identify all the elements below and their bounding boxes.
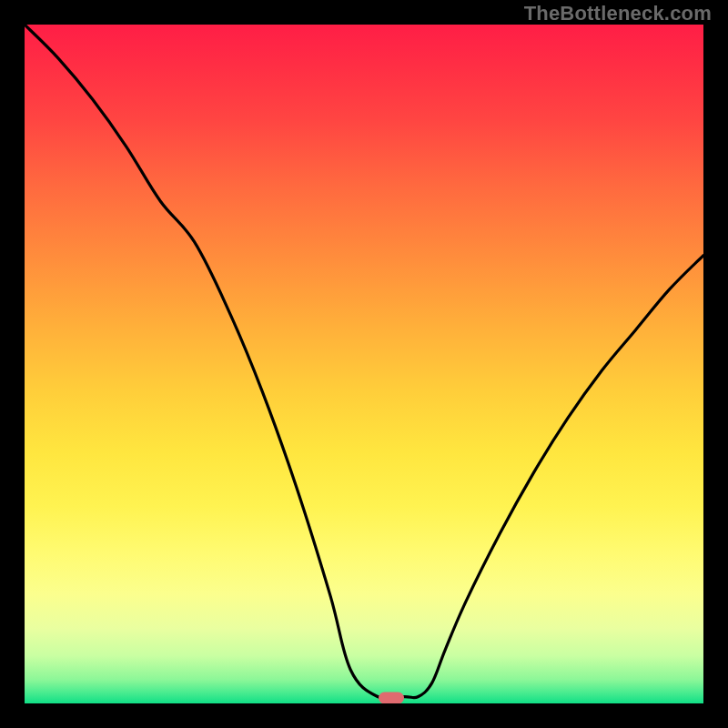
optimal-marker xyxy=(379,693,404,703)
bottleneck-curve xyxy=(25,25,703,703)
chart-frame: TheBottleneck.com xyxy=(0,0,728,728)
watermark-text: TheBottleneck.com xyxy=(524,2,712,25)
curve-path xyxy=(25,25,703,699)
plot-area xyxy=(25,25,703,703)
